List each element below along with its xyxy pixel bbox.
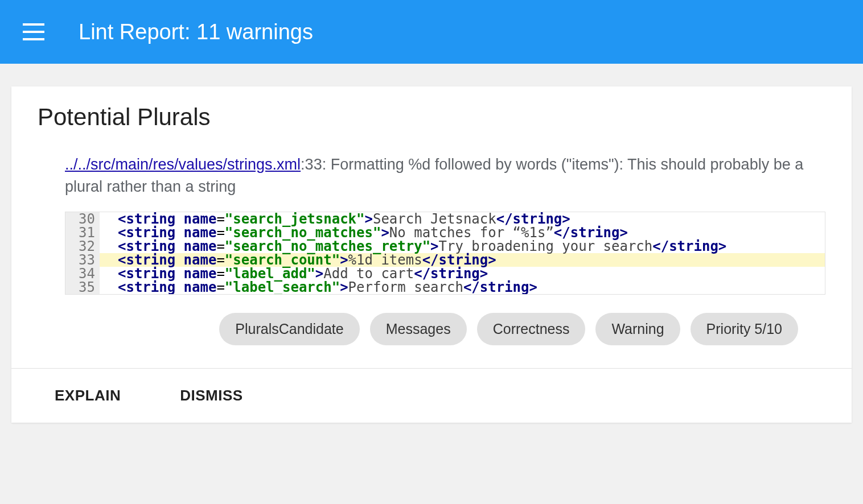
- chip-priority-5-10[interactable]: Priority 5/10: [691, 313, 798, 345]
- line-ref: :33:: [301, 156, 326, 173]
- chip-correctness[interactable]: Correctness: [477, 313, 586, 345]
- card-title: Potential Plurals: [38, 104, 825, 131]
- card-actions: EXPLAIN DISMISS: [11, 368, 852, 423]
- file-link[interactable]: ../../src/main/res/values/strings.xml: [65, 156, 301, 173]
- content-area: Potential Plurals ../../src/main/res/val…: [0, 64, 863, 423]
- page-title: Lint Report: 11 warnings: [79, 20, 313, 44]
- code-line: 34<string name="label_add">Add to cart</…: [65, 267, 825, 280]
- line-number: 34: [65, 267, 100, 280]
- line-content: <string name="label_add">Add to cart</st…: [100, 267, 488, 280]
- line-content: <string name="search_no_matches_retry">T…: [100, 239, 726, 253]
- chip-warning[interactable]: Warning: [595, 313, 680, 345]
- dismiss-button[interactable]: DISMISS: [163, 382, 260, 409]
- line-number: 35: [65, 280, 100, 294]
- chip-messages[interactable]: Messages: [370, 313, 467, 345]
- line-number: 30: [65, 212, 100, 226]
- warning-message: ../../src/main/res/values/strings.xml:33…: [65, 154, 825, 198]
- line-content: <string name="search_jetsnack">Search Je…: [100, 212, 570, 226]
- line-content: <string name="search_no_matches">No matc…: [100, 226, 628, 239]
- explain-button[interactable]: EXPLAIN: [38, 382, 138, 409]
- chip-pluralscandidate[interactable]: PluralsCandidate: [219, 313, 359, 345]
- card-body: Potential Plurals ../../src/main/res/val…: [11, 86, 852, 368]
- code-line: 35<string name="label_search">Perform se…: [65, 280, 825, 294]
- line-number: 32: [65, 239, 100, 253]
- code-line: 30<string name="search_jetsnack">Search …: [65, 212, 825, 226]
- line-content: <string name="search_count">%1d items</s…: [100, 253, 496, 267]
- code-line: 31<string name="search_no_matches">No ma…: [65, 226, 825, 239]
- warning-card: Potential Plurals ../../src/main/res/val…: [11, 86, 852, 423]
- line-number: 33: [65, 253, 100, 267]
- menu-icon[interactable]: [23, 23, 44, 40]
- line-number: 31: [65, 226, 100, 239]
- code-snippet: 30<string name="search_jetsnack">Search …: [65, 212, 825, 295]
- tag-chips: PluralsCandidateMessagesCorrectnessWarni…: [38, 313, 825, 345]
- code-line: 32<string name="search_no_matches_retry"…: [65, 239, 825, 253]
- message-block: ../../src/main/res/values/strings.xml:33…: [38, 154, 825, 295]
- app-header: Lint Report: 11 warnings: [0, 0, 863, 64]
- code-line: 33<string name="search_count">%1d items<…: [65, 253, 825, 267]
- line-content: <string name="label_search">Perform sear…: [100, 280, 537, 294]
